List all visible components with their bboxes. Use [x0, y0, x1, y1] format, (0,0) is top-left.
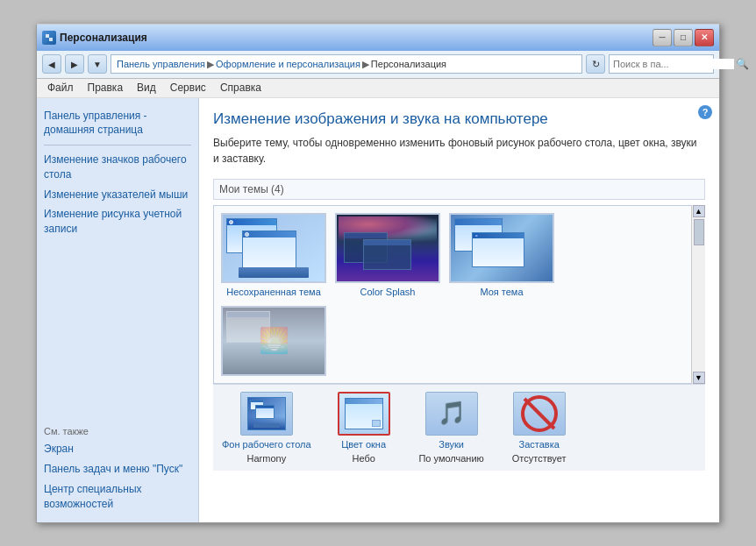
window-icon	[42, 31, 56, 45]
theme-name-my[interactable]: Моя тема	[480, 287, 523, 297]
breadcrumb-2[interactable]: Оформление и персонализация	[216, 59, 360, 69]
my-themes-label: Мои темы (4)	[213, 179, 705, 200]
main-area: Панель управления - домашняя страница Из…	[37, 98, 719, 522]
breadcrumb-1[interactable]: Панель управления	[117, 59, 205, 69]
breadcrumb-3: Персонализация	[371, 59, 446, 69]
minimize-button[interactable]: ─	[653, 29, 672, 46]
svg-rect-0	[46, 34, 49, 38]
title-bar: Персонализация ─ □ ✕	[37, 25, 719, 51]
forward-button[interactable]: ▶	[65, 54, 84, 74]
wallpaper-icon-wrapper[interactable]	[240, 392, 293, 436]
color-sublabel: Небо	[352, 453, 374, 464]
wallpaper-icon	[247, 397, 286, 430]
menu-bar: Файл Правка Вид Сервис Справка	[37, 79, 719, 98]
maximize-button[interactable]: □	[674, 29, 693, 46]
sidebar-home[interactable]: Панель управления - домашняя страница	[44, 107, 191, 140]
sidebar: Панель управления - домашняя страница Из…	[37, 98, 199, 522]
main-window: Персонализация ─ □ ✕ ◀ ▶ ▼ Панель управл…	[36, 24, 720, 523]
screensaver-label[interactable]: Заставка	[519, 439, 560, 450]
address-bar: ◀ ▶ ▼ Панель управления ▶ Оформление и п…	[37, 51, 719, 79]
window-controls: ─ □ ✕	[653, 29, 714, 46]
sidebar-desktop-icons[interactable]: Изменение значков рабочего стола	[44, 151, 191, 184]
sounds-label[interactable]: Звуки	[439, 439, 464, 450]
sidebar-mouse-pointers[interactable]: Изменение указателей мыши	[44, 186, 191, 204]
sidebar-accessibility[interactable]: Центр специальных возможностей	[44, 480, 191, 514]
sounds-icon: 🎵	[438, 400, 466, 427]
content-description: Выберите тему, чтобы одновременно измени…	[213, 135, 705, 167]
themes-grid: ⊞ ⊞ Несохраненная тема	[221, 213, 697, 376]
theme-unsaved[interactable]: ⊞ ⊞ Несохраненная тема	[221, 213, 326, 297]
see-also-label: См. также	[44, 426, 191, 436]
toolbar-screensaver[interactable]: Заставка Отсутствует	[504, 392, 574, 464]
info-icon: ?	[698, 105, 712, 119]
bottom-toolbar: Фон рабочего стола Harmony Цвет окна Неб…	[213, 384, 705, 471]
menu-file[interactable]: Файл	[40, 80, 81, 96]
theme-thumbnail-my[interactable]: ⊞	[449, 213, 554, 283]
sidebar-account-picture[interactable]: Изменение рисунка учетной записи	[44, 205, 191, 238]
theme-thumbnail-splash[interactable]	[335, 213, 440, 283]
divider-1	[44, 145, 191, 145]
search-box[interactable]: 🔍	[609, 54, 714, 74]
title-bar-left: Персонализация	[42, 31, 147, 45]
separator-2: ▶	[362, 59, 369, 70]
menu-edit[interactable]: Правка	[81, 80, 131, 96]
scrollbar[interactable]: ▲ ▼	[691, 205, 705, 384]
scroll-up[interactable]: ▲	[693, 205, 705, 217]
color-icon-wrapper[interactable]	[338, 392, 390, 436]
window-title: Персонализация	[60, 32, 147, 44]
sidebar-screen[interactable]: Экран	[44, 440, 191, 458]
menu-help[interactable]: Справка	[213, 80, 268, 96]
color-label[interactable]: Цвет окна	[341, 439, 386, 450]
theme-thumbnail-unsaved[interactable]: ⊞ ⊞	[221, 213, 326, 283]
content-area: ? Изменение изображения и звука на компь…	[199, 98, 719, 522]
separator-1: ▶	[207, 59, 214, 70]
sidebar-taskbar[interactable]: Панель задач и меню "Пуск"	[44, 460, 191, 479]
content-title: Изменение изображения и звука на компьют…	[213, 110, 705, 128]
screensaver-icon-wrapper[interactable]	[513, 392, 566, 436]
menu-service[interactable]: Сервис	[163, 80, 213, 96]
theme-my[interactable]: ⊞ Моя тема	[449, 213, 554, 297]
close-button[interactable]: ✕	[695, 29, 714, 46]
theme-name-splash[interactable]: Color Splash	[360, 287, 416, 297]
wallpaper-sublabel: Harmony	[247, 453, 287, 464]
wallpaper-label[interactable]: Фон рабочего стола	[222, 439, 311, 450]
search-icon: 🔍	[736, 58, 749, 70]
scroll-down[interactable]: ▼	[693, 372, 705, 384]
screensaver-icon	[521, 395, 558, 432]
color-icon	[345, 398, 383, 429]
menu-view[interactable]: Вид	[130, 80, 163, 96]
themes-grid-wrapper: ⊞ ⊞ Несохраненная тема	[213, 205, 705, 384]
theme-name-unsaved[interactable]: Несохраненная тема	[226, 287, 321, 297]
refresh-button[interactable]: ↻	[586, 54, 605, 74]
dropdown-button[interactable]: ▼	[88, 54, 107, 74]
toolbar-wallpaper[interactable]: Фон рабочего стола Harmony	[222, 392, 311, 464]
theme-other[interactable]: 🌅	[221, 306, 326, 376]
search-input[interactable]	[613, 59, 734, 69]
theme-splash[interactable]: Color Splash	[335, 213, 440, 297]
theme-thumbnail-other[interactable]: 🌅	[221, 306, 326, 376]
toolbar-color[interactable]: Цвет окна Небо	[329, 392, 399, 464]
address-field[interactable]: Панель управления ▶ Оформление и персона…	[111, 54, 582, 74]
back-button[interactable]: ◀	[42, 54, 61, 74]
toolbar-sounds[interactable]: 🎵 Звуки По умолчанию	[417, 392, 487, 464]
svg-rect-1	[49, 38, 53, 41]
scroll-thumb[interactable]	[694, 219, 704, 245]
screensaver-sublabel: Отсутствует	[512, 453, 567, 464]
sounds-sublabel: По умолчанию	[418, 453, 483, 464]
sounds-icon-wrapper[interactable]: 🎵	[425, 392, 478, 436]
